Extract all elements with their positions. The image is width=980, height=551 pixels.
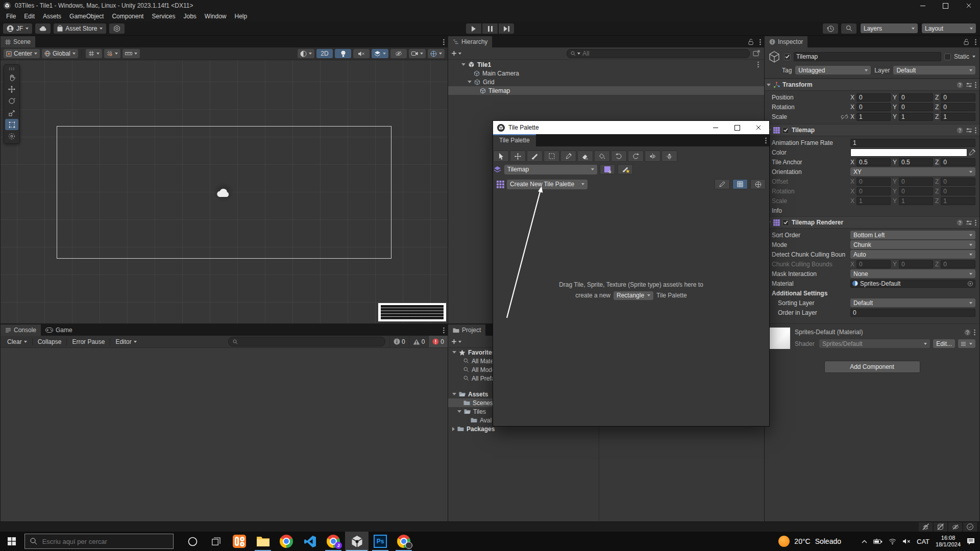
shader-dropdown[interactable]: Sprites/Default [819, 339, 930, 348]
help-icon[interactable] [957, 219, 963, 226]
link-off-icon[interactable] [841, 114, 848, 120]
taskbar-search-input[interactable] [41, 537, 168, 546]
account-button[interactable]: JF [3, 23, 32, 34]
search-button[interactable] [841, 23, 856, 34]
undo-history-button[interactable] [823, 23, 838, 34]
volume-muted-icon[interactable] [902, 538, 911, 544]
help-icon[interactable] [957, 82, 963, 88]
frame-rate-field[interactable]: 1 [850, 139, 975, 147]
tilemap-renderer-header[interactable]: Tilemap Renderer [765, 216, 979, 229]
lock-icon[interactable] [745, 36, 756, 47]
detect-chunk-dropdown[interactable]: Auto [850, 250, 975, 259]
step-button[interactable] [499, 23, 514, 34]
foldout-open-icon[interactable] [767, 84, 771, 86]
tile-palette-menu-kebab-icon[interactable] [763, 134, 769, 146]
material-list-button[interactable] [958, 339, 975, 348]
create-asset-button[interactable] [451, 339, 461, 344]
name-field[interactable] [794, 52, 941, 61]
foldout-open-icon[interactable] [461, 63, 465, 66]
x-field[interactable]: 1 [856, 113, 891, 121]
layers-dropdown[interactable]: Layers [861, 23, 918, 33]
view-hand-tool[interactable] [5, 72, 18, 83]
visibility-off-icon[interactable] [948, 522, 962, 532]
smart-brush-button[interactable] [618, 164, 633, 174]
component-enabled-checkbox[interactable] [782, 127, 789, 134]
taskbar-clock[interactable]: 16:08 18/1/2024 [936, 535, 961, 548]
z-field[interactable]: 1 [941, 113, 975, 121]
paint-brush-tool[interactable] [527, 151, 543, 162]
debugger-disabled-icon[interactable] [919, 522, 933, 532]
taskbar-app-chrome-profile-2[interactable] [392, 532, 415, 551]
scene-visibility-button[interactable] [390, 49, 407, 58]
tile-palette-titlebar[interactable]: Tile Palette [493, 121, 769, 134]
rotate-cw-tool[interactable] [628, 151, 644, 162]
hierarchy-item-tile1[interactable]: Tile1 [448, 60, 764, 69]
kebab-icon[interactable] [974, 329, 975, 336]
orientation-dropdown[interactable]: XY [850, 167, 975, 176]
eraser-tool[interactable] [577, 151, 593, 162]
tab-project[interactable]: Project [448, 324, 485, 336]
pick-window-icon[interactable] [752, 50, 761, 57]
menu-gameobject[interactable]: GameObject [65, 12, 108, 21]
scale-tool[interactable] [5, 107, 18, 118]
toggle-2d-button[interactable]: 2D [316, 49, 333, 58]
active-checkbox[interactable] [784, 54, 791, 60]
minimize-icon[interactable] [705, 121, 726, 134]
presets-icon[interactable] [966, 82, 972, 88]
taskbar-app-chrome[interactable] [275, 532, 298, 551]
weather-widget[interactable]: 20°C Soleado [778, 536, 841, 547]
close-icon[interactable] [957, 0, 980, 11]
taskbar-app-unity[interactable] [345, 532, 369, 551]
grid-snap-button[interactable] [86, 49, 102, 58]
tab-hierarchy[interactable]: Hierarchy [448, 36, 492, 47]
error-count-badge[interactable]: 0 [428, 336, 448, 347]
grid-toggle-button[interactable] [732, 179, 748, 189]
error-pause-button[interactable]: Error Pause [68, 336, 108, 347]
menu-assets[interactable]: Assets [39, 12, 65, 21]
language-indicator[interactable]: CAT [917, 538, 929, 545]
task-view-button[interactable] [204, 532, 228, 551]
picker-tool[interactable] [560, 151, 576, 162]
tag-dropdown[interactable]: Untagged [795, 66, 871, 74]
foldout-open-icon[interactable] [452, 393, 456, 395]
asset-store-button[interactable]: Asset Store [54, 23, 106, 34]
shading-mode-button[interactable] [298, 49, 314, 58]
sorting-layer-dropdown[interactable]: Default [850, 298, 975, 307]
rotate-tool[interactable] [5, 95, 18, 107]
additional-settings-row[interactable]: Additional Settings [765, 288, 979, 298]
increment-snap-button[interactable] [104, 49, 120, 58]
tilemap-component-header[interactable]: Tilemap [765, 124, 979, 136]
console-log-area[interactable] [1, 348, 448, 531]
foldout-open-icon[interactable] [457, 410, 461, 413]
menu-component[interactable]: Component [108, 12, 148, 21]
z-field[interactable]: 0 [941, 158, 975, 166]
lock-icon[interactable] [961, 36, 972, 47]
y-field[interactable]: 0 [899, 93, 933, 102]
mode-dropdown[interactable]: Chunk [850, 240, 975, 249]
x-field[interactable]: 0 [856, 93, 891, 102]
search-field[interactable] [582, 50, 746, 57]
x-field[interactable]: 0 [856, 103, 891, 111]
rect-tool[interactable] [5, 119, 18, 130]
taskbar-app-vscode[interactable] [298, 532, 322, 551]
object-picker-icon[interactable] [967, 281, 973, 287]
transform-header[interactable]: Transform [765, 79, 979, 91]
box-fill-tool[interactable] [544, 151, 559, 162]
menu-services[interactable]: Services [148, 12, 179, 21]
kebab-icon[interactable] [975, 127, 976, 134]
material-preview-swatch[interactable] [769, 328, 790, 349]
help-icon[interactable] [964, 329, 971, 336]
item-kebab-icon[interactable] [757, 61, 759, 68]
shader-edit-button[interactable]: Edit... [933, 339, 955, 348]
z-field[interactable]: 0 [941, 93, 975, 102]
eyedropper-icon[interactable] [969, 149, 975, 156]
ruler-button[interactable] [122, 49, 140, 58]
tab-inspector[interactable]: Inspector [765, 36, 807, 47]
create-object-button[interactable] [451, 51, 461, 56]
y-field[interactable]: 0 [899, 103, 933, 111]
pause-button[interactable] [482, 23, 498, 34]
warning-count-badge[interactable]: 0 [409, 336, 429, 347]
presets-icon[interactable] [966, 128, 972, 133]
hierarchy-item-grid[interactable]: Grid [448, 78, 764, 86]
scene-camera-button[interactable] [409, 49, 426, 58]
